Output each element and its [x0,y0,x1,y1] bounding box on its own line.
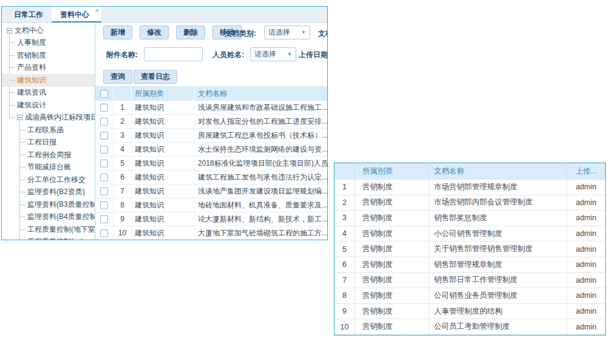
main-pane: 新增修改删除移动 文档类别: 请选择 ▼ 文档 附件名称: 人员姓名: 请选择 … [95,23,327,240]
tree-item-label: 产品资料 [17,62,46,73]
table-header-row: 所属别类 文档名称 上传... [334,163,605,180]
view-log-button[interactable]: 查看日志 [134,70,177,84]
tree-item-label: 营销制度 [17,50,46,61]
row-checkbox[interactable] [100,174,108,181]
tree-item[interactable]: 分工单位工作移交 [2,174,95,186]
table-row[interactable]: 9建筑知识论大厦新材料、新结构、新技术，新工... [95,212,327,226]
row-number: 3 [114,129,132,142]
table-row[interactable]: 4建筑知识水土保持生态环境监测网络的建设与资... [95,143,327,157]
row-number: 8 [334,288,354,303]
row-category: 营销制度 [354,180,429,195]
row-category: 营销制度 [354,226,429,241]
doc-category-value: 请选择 [268,27,290,38]
tree-item[interactable]: 营销制度 [2,49,95,62]
row-checkbox[interactable] [100,187,108,195]
tree-item[interactable]: 工程质量控制(…) [2,236,95,240]
query-button[interactable]: 查询 [103,70,132,84]
row-doc-name: 销售部日常工作管理制度 [429,273,566,288]
tree-item[interactable]: 人事制度 [2,37,95,50]
tree-item[interactable]: 节能减排台账 [2,161,95,174]
table-row[interactable]: 9营销制度人事管理制度的结构admin [334,304,605,320]
tree-item[interactable]: 监理资料(B4质量控制) [2,211,95,224]
table-row[interactable]: 10营销制度公司员工考勤管理制度admin [334,319,605,335]
collapse-icon[interactable] [7,28,12,33]
table-row[interactable]: 5建筑知识2018标准化监理项目部(业主项目部)人员... [95,157,327,170]
tree-item[interactable]: 工程例会周报 [2,149,95,161]
row-doc-name: 地砖地面材料、机具准备、质量要求及... [195,200,327,211]
row-uploader: admin [566,226,605,241]
row-doc-name: 市场营销部管理规章制度 [429,180,566,195]
row-number: 6 [334,257,354,272]
row-checkbox[interactable] [100,229,108,237]
row-uploader: admin [566,257,605,272]
doc-category-label: 文档类别: [225,29,256,39]
tree-item-label: 成渝高铁内江标段项目 [25,112,95,123]
table-row[interactable]: 8建筑知识地砖地面材料、机具准备、质量要求及... [95,198,327,212]
row-number: 1 [114,101,132,114]
tree-item-label: 分工单位工作移交 [27,175,86,185]
table-row[interactable]: 2营销制度市场营销部内部会议管理制度admin [334,195,605,211]
row-doc-name: 浅谈房屋建筑和市政基础设施工程施工... [195,103,327,113]
row-doc-name: 房屋建筑工程总承包投标书（技术标）... [195,130,327,141]
table-row[interactable]: 6建筑知识建筑工程施工发包与承包违法行为认定... [95,170,327,184]
select-all-checkbox[interactable] [100,90,108,98]
table-row[interactable]: 7建筑知识浅谈地产集团开发建设项目监理规划编... [95,184,327,198]
close-icon[interactable]: × [95,7,99,14]
row-number: 4 [334,226,354,241]
row-checkbox[interactable] [100,215,108,223]
row-checkbox[interactable] [100,104,108,112]
table-row[interactable]: 2建筑知识对发包人指定分包的工程施工进度安排... [95,115,327,129]
row-checkbox[interactable] [100,146,108,153]
table-row[interactable]: 5营销制度关于销售部管理销售管理制度admin [334,241,605,257]
checkbox-cell [95,184,114,198]
tree-item[interactable]: 建筑知识 [2,74,95,87]
row-category: 建筑知识 [132,184,195,198]
delete-button[interactable]: 删除 [176,25,205,39]
tab-daily-work[interactable]: 日常工作 [5,7,52,22]
tree-item[interactable]: 文档中心 [2,24,95,37]
table-row[interactable]: 4营销制度小公司销售管理制度admin [334,226,605,242]
row-checkbox[interactable] [100,160,108,167]
table-row[interactable]: 8营销制度公司销售业务员管理制度admin [334,288,605,304]
tree-item[interactable]: 工程质量控制(地下室) [2,223,95,236]
row-doc-name: 销售部奖惩制度 [429,211,566,226]
tree-item[interactable]: 建筑资讯 [2,87,95,99]
row-category: 营销制度 [354,211,429,226]
attachment-name-input[interactable] [144,47,203,61]
checkbox-cell [95,157,114,170]
table-row[interactable]: 7营销制度销售部日常工作管理制度admin [334,273,605,289]
tree-item[interactable]: 建筑设计 [2,99,95,112]
row-uploader: admin [566,180,605,195]
doc-category-select[interactable]: 请选择 ▼ [264,25,310,39]
table-row[interactable]: 3营销制度销售部奖惩制度admin [334,211,605,226]
table-row[interactable]: 10建筑知识大厦地下室加气砼墙砌筑工程的施工方... [95,226,327,240]
tree-item-label: 文档中心 [15,25,44,36]
person-select[interactable]: 请选择 ▼ [250,47,296,61]
table-row[interactable]: 6营销制度销售部管理规章制度admin [334,257,605,273]
tree-item[interactable]: 成渝高铁内江标段项目 [2,112,95,124]
add-button[interactable]: 新增 [103,25,132,39]
row-checkbox[interactable] [100,132,108,140]
row-number: 10 [334,319,354,334]
tree-item[interactable]: 监理资料(B2资质) [2,186,95,199]
chevron-down-icon: ▼ [287,52,292,57]
tree-item[interactable]: 工程日报 [2,136,95,149]
tree: 文档中心人事制度营销制度产品资料建筑知识建筑资讯建筑设计成渝高铁内江标段项目工程… [2,23,95,240]
table-row[interactable]: 1建筑知识浅谈房屋建筑和市政基础设施工程施工... [95,101,327,115]
tree-item[interactable]: 工程联系函 [2,124,95,136]
tree-item[interactable]: 监理资料(B3质量控制) [2,198,95,211]
row-checkbox[interactable] [100,201,108,209]
tree-item-label: 工程联系函 [27,125,64,135]
table-row[interactable]: 3建筑知识房屋建筑工程总承包投标书（技术标）... [95,129,327,143]
attachment-name-label: 附件名称: [106,50,138,60]
row-uploader: admin [566,195,605,211]
edit-button[interactable]: 修改 [140,25,169,39]
row-category: 建筑知识 [132,143,195,156]
row-checkbox[interactable] [100,118,108,126]
row-category: 营销制度 [354,304,429,319]
uploader-column-header: 上传... [566,163,605,179]
collapse-icon[interactable] [17,115,22,120]
tab-data-center[interactable]: 资料中心× [52,7,101,22]
tree-item[interactable]: 产品资料 [2,62,95,75]
table-row[interactable]: 1营销制度市场营销部管理规章制度admin [334,180,605,195]
